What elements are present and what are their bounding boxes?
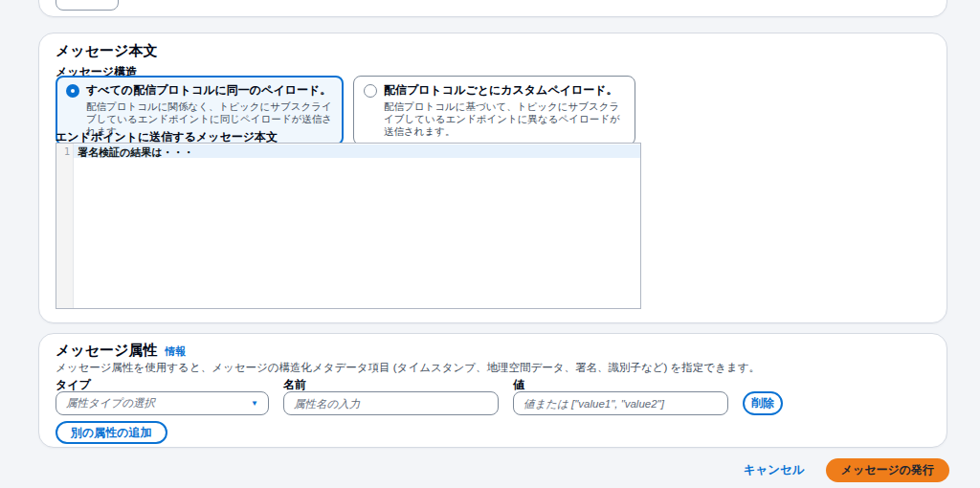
- message-body-editor[interactable]: 1 署名検証の結果は・・・: [56, 143, 641, 309]
- editor-content-text: 署名検証の結果は・・・: [74, 144, 640, 160]
- delete-attribute-button[interactable]: 削除: [743, 391, 783, 415]
- option-title: すべての配信プロトコルに同一のペイロード。: [86, 82, 331, 99]
- cancel-button[interactable]: キャンセル: [744, 462, 805, 478]
- attribute-type-placeholder: 属性タイプの選択: [66, 396, 155, 410]
- editor-line-number-gutter: 1: [56, 144, 74, 308]
- option-title: 配信プロトコルごとにカスタムペイロード。: [384, 82, 618, 99]
- message-attributes-title-row: メッセージ属性 情報: [56, 342, 186, 360]
- radio-unselected-icon[interactable]: [364, 84, 377, 98]
- radio-selected-icon[interactable]: [66, 84, 79, 98]
- previous-section-card: [38, 0, 947, 17]
- attribute-type-select[interactable]: 属性タイプの選択 ▼: [56, 391, 269, 415]
- message-body-card: メッセージ本文 メッセージ構造 すべての配信プロトコルに同一のペイロード。 配信…: [38, 33, 947, 323]
- option-custom-payload[interactable]: 配信プロトコルごとにカスタムペイロード。 配信プロトコルに基づいて、トピックにサ…: [353, 76, 635, 145]
- chevron-down-icon: ▼: [251, 399, 258, 408]
- message-attributes-description: メッセージ属性を使用すると、メッセージの構造化メタデータ項目 (タイムスタンプ、…: [56, 361, 760, 375]
- editor-content-area[interactable]: 署名検証の結果は・・・: [74, 144, 640, 308]
- footer-actions: キャンセル メッセージの発行: [0, 457, 949, 482]
- add-attribute-button[interactable]: 別の属性の追加: [56, 421, 167, 444]
- truncated-button[interactable]: [56, 0, 119, 11]
- message-body-title: メッセージ本文: [56, 42, 157, 60]
- message-attributes-title: メッセージ属性: [56, 342, 157, 360]
- message-attributes-card: メッセージ属性 情報 メッセージ属性を使用すると、メッセージの構造化メタデータ項…: [38, 333, 947, 448]
- info-link[interactable]: 情報: [165, 344, 186, 359]
- publish-message-page: メッセージ本文 メッセージ構造 すべての配信プロトコルに同一のペイロード。 配信…: [0, 0, 980, 488]
- option-description: 配信プロトコルに基づいて、トピックにサブスクライブしているエンドポイントに異なる…: [384, 100, 625, 138]
- attribute-name-input[interactable]: [283, 391, 499, 415]
- publish-message-button[interactable]: メッセージの発行: [826, 458, 949, 482]
- attribute-value-input[interactable]: [513, 391, 728, 415]
